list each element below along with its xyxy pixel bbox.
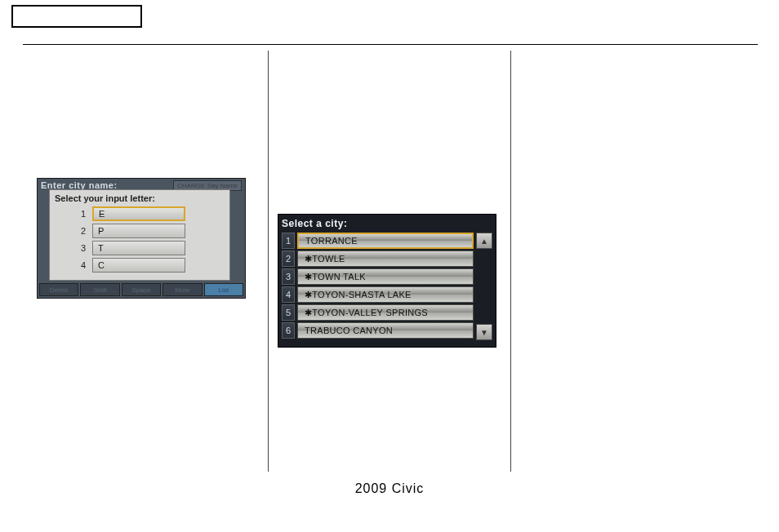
column-separator-2	[510, 51, 511, 472]
row-number: 3	[282, 268, 295, 285]
city-option[interactable]: ✱TOWN TALK	[297, 268, 474, 285]
shift-button[interactable]: Shift	[80, 283, 119, 296]
horizontal-rule	[23, 44, 758, 45]
letter-option[interactable]: E	[92, 206, 185, 221]
scroll-up-icon[interactable]: ▲	[476, 233, 492, 249]
popup-title: Select your input letter:	[55, 193, 225, 203]
city-row: 1 TORRANCE	[282, 233, 474, 249]
letter-option[interactable]: C	[92, 258, 185, 273]
city-row: 5 ✱TOYON-VALLEY SPRINGS	[282, 304, 474, 321]
letter-row: 1 E	[55, 206, 225, 221]
city-row: 2 ✱TOWLE	[282, 250, 474, 267]
letter-option[interactable]: P	[92, 224, 185, 238]
row-number: 2	[55, 226, 92, 236]
letter-row: 3 T	[55, 241, 225, 255]
scrollbar: ▲ ▼	[476, 233, 492, 340]
list-button[interactable]: List	[204, 283, 243, 296]
row-number: 2	[282, 250, 295, 267]
more-button[interactable]: More	[162, 283, 202, 296]
city-row: 4 ✱TOYON-SHASTA LAKE	[282, 286, 474, 303]
column-separator-1	[268, 51, 269, 472]
letter-row: 2 P	[55, 224, 225, 238]
city-row: 6 TRABUCO CANYON	[282, 322, 474, 339]
letter-row: 4 C	[55, 258, 225, 273]
city-list: 1 TORRANCE 2 ✱TOWLE 3 ✱TOWN TALK 4 ✱TOYO…	[282, 233, 474, 340]
header-box	[11, 5, 142, 28]
enter-city-panel: Enter city name: CHANGE Say Name Select …	[37, 178, 246, 299]
city-option[interactable]: ✱TOWLE	[297, 250, 474, 267]
row-number: 4	[282, 286, 295, 303]
letter-option[interactable]: T	[92, 241, 185, 255]
delete-button[interactable]: Delete	[39, 283, 78, 296]
footer-text: 2009 Civic	[0, 481, 779, 496]
scroll-down-icon[interactable]: ▼	[476, 324, 492, 340]
keyboard-bottom-bar: Delete Shift Space More List	[38, 282, 245, 298]
input-letter-popup: Select your input letter: 1 E 2 P 3 T 4 …	[49, 189, 230, 281]
row-number: 5	[282, 304, 295, 321]
row-number: 1	[55, 209, 92, 219]
row-number: 4	[55, 260, 92, 270]
row-number: 1	[282, 233, 295, 249]
panel2-title: Select a city:	[282, 218, 492, 229]
city-option[interactable]: ✱TOYON-VALLEY SPRINGS	[297, 304, 474, 321]
row-number: 3	[55, 243, 92, 253]
city-option[interactable]: TORRANCE	[297, 233, 474, 249]
row-number: 6	[282, 322, 295, 339]
city-option[interactable]: TRABUCO CANYON	[297, 322, 474, 339]
city-option[interactable]: ✱TOYON-SHASTA LAKE	[297, 286, 474, 303]
select-city-panel: Select a city: 1 TORRANCE 2 ✱TOWLE 3 ✱TO…	[278, 214, 496, 348]
space-button[interactable]: Space	[122, 283, 161, 296]
city-row: 3 ✱TOWN TALK	[282, 268, 474, 285]
